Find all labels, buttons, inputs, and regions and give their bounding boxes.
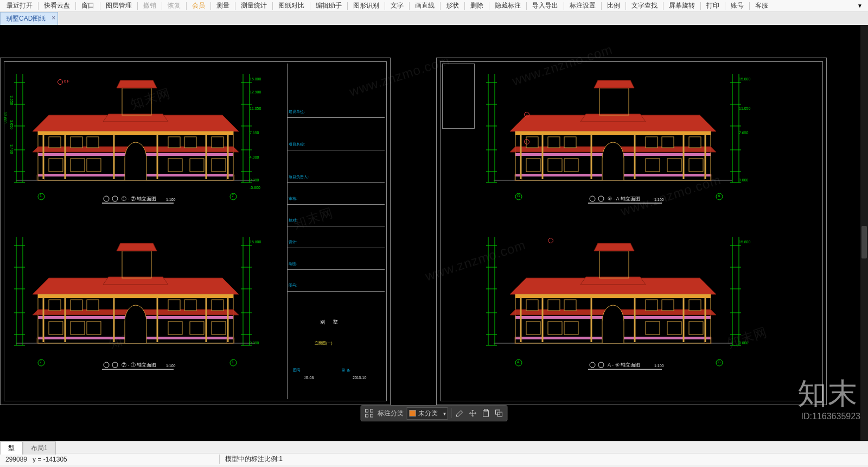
tb-project-name: 别 墅 [320, 319, 341, 326]
menu-layers[interactable]: 图层管理 [101, 0, 136, 11]
axis-label: A [517, 360, 520, 364]
menu-delete[interactable]: 删除 [466, 0, 488, 11]
tb-designer: 常 备 [342, 368, 350, 373]
level-text: 15.800 [739, 77, 750, 81]
menu-shape-recog[interactable]: 图形识别 [349, 0, 384, 11]
svg-rect-65 [484, 409, 488, 411]
clipboard-icon[interactable] [481, 408, 491, 418]
tb-label: 设计: [288, 237, 385, 247]
menubar-overflow[interactable]: ▼ [854, 3, 866, 9]
menu-vip[interactable]: 会员 [188, 0, 209, 11]
menu-measure[interactable]: 测量 [212, 0, 234, 11]
menu-text[interactable]: 文字 [386, 0, 408, 11]
menu-find-text[interactable]: 文字查找 [627, 0, 662, 11]
drawing-scale: 1:100 [654, 198, 664, 201]
section-mark-label: 6 F [64, 79, 69, 83]
close-icon[interactable]: × [52, 14, 55, 22]
svg-rect-64 [483, 411, 489, 416]
axis-label: 1 [40, 194, 42, 198]
elevation-br [499, 226, 732, 378]
edit-icon[interactable] [455, 408, 465, 418]
layout-tab-layout1[interactable]: 布局1 [23, 441, 56, 455]
level-text: 7.650 [739, 131, 749, 135]
document-tabbar: 别墅CAD图纸 × [0, 12, 868, 25]
svg-rect-61 [371, 414, 373, 417]
menu-anno-settings[interactable]: 标注设置 [565, 0, 600, 11]
drawing-canvas[interactable]: 知末网 www.znzmo.com www.znzmo.com 知末网 www.… [0, 25, 868, 441]
level-text: 11.050 [739, 106, 750, 110]
model-scale-readout: 模型中的标注比例:1 [219, 455, 288, 464]
level-text: 15.800 [250, 240, 261, 244]
menu-edit-helper[interactable]: 编辑助手 [311, 0, 346, 11]
grid-icon[interactable] [365, 408, 374, 418]
axis-label: 1 [232, 360, 234, 364]
tb-label: 审核: [288, 194, 385, 204]
svg-rect-58 [366, 409, 368, 412]
menu-window[interactable]: 窗口 [77, 0, 99, 11]
elevation-tl [27, 68, 260, 215]
drawing-scale: 1:100 [166, 364, 176, 368]
tb-label: 项目名称: [288, 140, 385, 149]
tb-sheet-name: 立面图(一) [315, 340, 333, 346]
menubar: 最近打开 快看云盘 窗口 图层管理 撤销 恢复 会员 测量 测量统计 图纸对比 … [0, 0, 868, 12]
dim-text: 3.400 [10, 144, 14, 154]
menu-rotate-screen[interactable]: 屏幕旋转 [665, 0, 699, 11]
move-icon[interactable] [468, 408, 478, 418]
tb-label: 图号: [288, 281, 385, 291]
scrollbar-thumb[interactable] [861, 226, 867, 258]
menu-recent[interactable]: 最近打开 [2, 0, 37, 11]
menu-shape[interactable]: 形状 [442, 0, 463, 11]
level-text: 0.000 [250, 341, 259, 345]
category-dropdown[interactable]: 未分类 [407, 407, 448, 420]
dim-text: 3.650 [10, 120, 14, 130]
menu-undo[interactable]: 撤销 [139, 0, 161, 11]
canvas-scrollbar-vertical[interactable] [860, 25, 868, 441]
level-text: 0.000 [739, 341, 749, 345]
title-block-stub [442, 64, 475, 129]
drawing-title: ⑦ - ① 轴立面图 [122, 362, 157, 369]
layout-tabbar: 型 布局1 [0, 441, 868, 453]
tb-label: 绘图: [288, 259, 385, 269]
menu-compare[interactable]: 图纸对比 [274, 0, 309, 11]
tb-label: 图号 [293, 368, 301, 373]
level-text: 7.650 [250, 131, 259, 135]
tb-label: 项目负责人: [288, 172, 385, 182]
section-mark-icon [524, 139, 529, 144]
menu-line[interactable]: 画直线 [411, 0, 439, 11]
section-mark-icon [58, 79, 63, 85]
category-label: 标注分类 [378, 409, 404, 418]
coord-readout: 299089 y = -141305 [0, 456, 73, 463]
menu-print[interactable]: 打印 [702, 0, 724, 11]
document-tab[interactable]: 别墅CAD图纸 × [0, 12, 58, 25]
menu-measure-stats[interactable]: 测量统计 [237, 0, 271, 11]
copy-icon[interactable] [494, 408, 504, 418]
title-block: 建设单位: 项目名称: 项目负责人: 审核: 校对: 设计: 绘图: 图号: 别… [287, 64, 385, 399]
level-text: -0.800 [250, 186, 260, 190]
tb-date: 2015.10 [353, 376, 366, 380]
menu-import-export[interactable]: 导入导出 [528, 0, 563, 11]
level-text: 0.000 [739, 178, 749, 182]
axis-label: G [517, 194, 520, 198]
menu-cloud[interactable]: 快看云盘 [40, 0, 74, 11]
layout-tab-model[interactable]: 型 [0, 441, 23, 455]
menu-redo[interactable]: 恢复 [163, 0, 185, 11]
level-text: 15.800 [250, 77, 261, 81]
menu-hide-anno[interactable]: 隐藏标注 [490, 0, 525, 11]
elevation-bl [27, 226, 260, 378]
axis-label: A [718, 194, 720, 198]
menu-scale[interactable]: 比例 [603, 0, 624, 11]
level-text: 4.000 [250, 155, 259, 159]
drawing-title: ① - ⑦ 轴立面图 [122, 195, 157, 203]
tb-label: 建设单位: [288, 107, 385, 117]
drawing-scale: 1:100 [166, 198, 176, 201]
level-text: 15.800 [739, 240, 750, 244]
elevation-tr [499, 68, 732, 215]
menu-support[interactable]: 客服 [751, 0, 773, 11]
color-swatch-icon [410, 410, 416, 416]
document-tab-label: 别墅CAD图纸 [6, 15, 46, 22]
section-mark-icon [548, 238, 553, 243]
annotation-toolbar: 标注分类 未分类 [361, 405, 508, 421]
dim-text: 13.600 [3, 112, 7, 123]
menu-account[interactable]: 账号 [726, 0, 748, 11]
status-bar: 299089 y = -141305 模型中的标注比例:1 [0, 453, 868, 465]
